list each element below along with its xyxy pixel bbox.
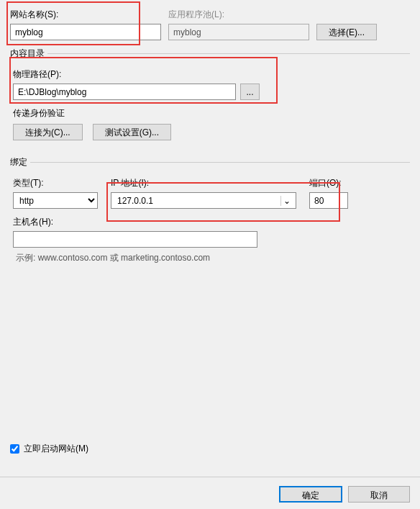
binding-fieldset: 绑定 类型(T): http IP 地址(I): ⌄	[10, 156, 410, 270]
binding-type-select[interactable]: http	[13, 192, 98, 209]
app-pool-input	[168, 24, 309, 40]
binding-ip-label: IP 地址(I):	[111, 177, 296, 189]
binding-legend: 绑定	[10, 156, 30, 168]
binding-ip-input[interactable]	[114, 196, 280, 206]
select-app-pool-button[interactable]: 选择(E)...	[316, 24, 377, 40]
passthrough-auth-label: 传递身份验证	[13, 107, 407, 120]
hostname-label: 主机名(H):	[13, 216, 257, 228]
start-immediately-label: 立即启动网站(M)	[24, 443, 88, 455]
physical-path-label: 物理路径(P):	[13, 68, 407, 81]
ok-button[interactable]: 确定	[279, 486, 342, 503]
binding-port-input[interactable]	[309, 192, 348, 209]
hostname-example: 示例: www.contoso.com 或 marketing.contoso.…	[13, 252, 407, 264]
binding-port-label: 端口(O):	[309, 177, 348, 189]
app-pool-label: 应用程序池(L):	[168, 9, 309, 21]
browse-path-button[interactable]: ...	[240, 84, 260, 100]
content-dir-legend: 内容目录	[10, 48, 47, 60]
start-immediately-checkbox[interactable]	[10, 444, 19, 454]
site-name-input[interactable]	[10, 24, 161, 40]
hostname-input[interactable]	[13, 231, 257, 248]
site-name-label: 网站名称(S):	[10, 9, 161, 21]
content-dir-fieldset: 内容目录 物理路径(P): ... 传递身份验证 连接为(C)... 测试设置(…	[10, 48, 410, 149]
physical-path-input[interactable]	[13, 84, 236, 100]
test-settings-button[interactable]: 测试设置(G)...	[93, 124, 171, 140]
chevron-down-icon[interactable]: ⌄	[280, 196, 293, 206]
connect-as-button[interactable]: 连接为(C)...	[13, 124, 83, 140]
binding-type-label: 类型(T):	[13, 177, 98, 189]
cancel-button[interactable]: 取消	[348, 486, 410, 503]
binding-ip-combo[interactable]: ⌄	[111, 192, 296, 209]
